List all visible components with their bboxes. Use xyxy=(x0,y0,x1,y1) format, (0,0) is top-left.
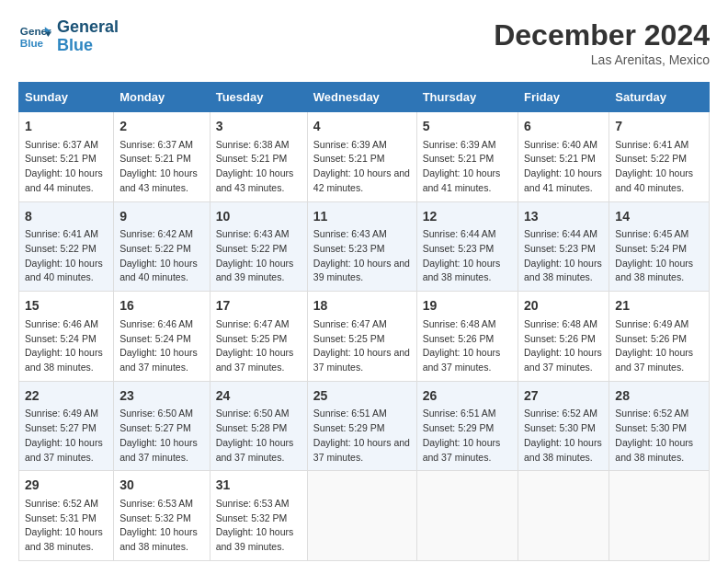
day-number: 11 xyxy=(313,208,411,226)
calendar-cell: 29 Sunrise: 6:52 AM Sunset: 5:31 PM Dayl… xyxy=(19,471,114,561)
day-number: 1 xyxy=(25,118,108,136)
column-header-friday: Friday xyxy=(518,83,609,112)
calendar-cell: 3 Sunrise: 6:38 AM Sunset: 5:21 PM Dayli… xyxy=(210,112,307,202)
day-info: Sunrise: 6:37 AM Sunset: 5:21 PM Dayligh… xyxy=(25,139,103,193)
day-info: Sunrise: 6:48 AM Sunset: 5:26 PM Dayligh… xyxy=(524,318,602,373)
logo-icon: General Blue xyxy=(18,20,51,53)
calendar-cell: 8 Sunrise: 6:41 AM Sunset: 5:22 PM Dayli… xyxy=(19,201,114,292)
calendar-cell: 5 Sunrise: 6:39 AM Sunset: 5:21 PM Dayli… xyxy=(416,112,518,202)
calendar-cell: 4 Sunrise: 6:39 AM Sunset: 5:21 PM Dayli… xyxy=(307,112,416,202)
column-header-thursday: Thursday xyxy=(416,83,518,112)
day-info: Sunrise: 6:50 AM Sunset: 5:27 PM Dayligh… xyxy=(119,408,198,462)
day-info: Sunrise: 6:49 AM Sunset: 5:27 PM Dayligh… xyxy=(25,408,103,462)
day-number: 4 xyxy=(313,118,411,136)
logo: General Blue GeneralBlue xyxy=(18,18,119,55)
day-info: Sunrise: 6:45 AM Sunset: 5:24 PM Dayligh… xyxy=(615,228,693,282)
calendar-cell: 10 Sunrise: 6:43 AM Sunset: 5:22 PM Dayl… xyxy=(210,201,307,292)
calendar-header-row: SundayMondayTuesdayWednesdayThursdayFrid… xyxy=(19,83,710,112)
day-number: 9 xyxy=(119,208,204,226)
calendar-cell xyxy=(609,471,710,561)
calendar-cell: 15 Sunrise: 6:46 AM Sunset: 5:24 PM Dayl… xyxy=(19,292,114,382)
day-info: Sunrise: 6:44 AM Sunset: 5:23 PM Dayligh… xyxy=(524,228,602,282)
day-info: Sunrise: 6:47 AM Sunset: 5:25 PM Dayligh… xyxy=(313,318,410,373)
calendar-cell xyxy=(518,471,609,561)
day-info: Sunrise: 6:50 AM Sunset: 5:28 PM Dayligh… xyxy=(216,408,294,462)
day-number: 19 xyxy=(423,297,512,316)
calendar-cell: 22 Sunrise: 6:49 AM Sunset: 5:27 PM Dayl… xyxy=(19,381,114,471)
calendar-cell: 21 Sunrise: 6:49 AM Sunset: 5:26 PM Dayl… xyxy=(609,292,710,382)
day-number: 31 xyxy=(216,477,301,495)
day-number: 8 xyxy=(25,208,108,226)
day-info: Sunrise: 6:37 AM Sunset: 5:21 PM Dayligh… xyxy=(119,139,198,193)
calendar-cell: 14 Sunrise: 6:45 AM Sunset: 5:24 PM Dayl… xyxy=(609,201,710,292)
day-info: Sunrise: 6:41 AM Sunset: 5:22 PM Dayligh… xyxy=(615,139,693,193)
calendar-cell: 1 Sunrise: 6:37 AM Sunset: 5:21 PM Dayli… xyxy=(19,112,114,202)
calendar-cell: 30 Sunrise: 6:53 AM Sunset: 5:32 PM Dayl… xyxy=(114,471,210,561)
day-info: Sunrise: 6:52 AM Sunset: 5:30 PM Dayligh… xyxy=(615,408,693,462)
day-number: 12 xyxy=(423,208,512,226)
day-number: 14 xyxy=(615,208,703,226)
day-number: 21 xyxy=(615,297,703,316)
title-block: December 2024 Las Arenitas, Mexico xyxy=(494,18,710,67)
day-number: 28 xyxy=(615,387,703,406)
calendar-cell: 17 Sunrise: 6:47 AM Sunset: 5:25 PM Dayl… xyxy=(210,292,307,382)
calendar-week-3: 15 Sunrise: 6:46 AM Sunset: 5:24 PM Dayl… xyxy=(19,292,710,382)
day-number: 24 xyxy=(216,387,301,406)
day-number: 18 xyxy=(313,297,411,316)
day-info: Sunrise: 6:44 AM Sunset: 5:23 PM Dayligh… xyxy=(423,228,501,282)
column-header-monday: Monday xyxy=(114,83,210,112)
day-number: 3 xyxy=(216,118,301,136)
day-number: 30 xyxy=(119,477,204,495)
day-number: 10 xyxy=(216,208,301,226)
column-header-tuesday: Tuesday xyxy=(210,83,307,112)
calendar-cell: 23 Sunrise: 6:50 AM Sunset: 5:27 PM Dayl… xyxy=(114,381,210,471)
column-header-sunday: Sunday xyxy=(19,83,114,112)
calendar-week-1: 1 Sunrise: 6:37 AM Sunset: 5:21 PM Dayli… xyxy=(19,112,710,202)
calendar-cell: 11 Sunrise: 6:43 AM Sunset: 5:23 PM Dayl… xyxy=(307,201,416,292)
day-info: Sunrise: 6:51 AM Sunset: 5:29 PM Dayligh… xyxy=(423,408,501,462)
day-info: Sunrise: 6:43 AM Sunset: 5:22 PM Dayligh… xyxy=(216,228,294,282)
day-info: Sunrise: 6:39 AM Sunset: 5:21 PM Dayligh… xyxy=(313,139,410,193)
calendar-cell: 28 Sunrise: 6:52 AM Sunset: 5:30 PM Dayl… xyxy=(609,381,710,471)
logo-name: GeneralBlue xyxy=(57,18,119,55)
day-number: 29 xyxy=(25,477,108,495)
page-title: December 2024 xyxy=(494,18,710,52)
calendar-cell: 26 Sunrise: 6:51 AM Sunset: 5:29 PM Dayl… xyxy=(416,381,518,471)
calendar-table: SundayMondayTuesdayWednesdayThursdayFrid… xyxy=(18,82,710,561)
day-info: Sunrise: 6:48 AM Sunset: 5:26 PM Dayligh… xyxy=(423,318,501,373)
calendar-cell: 20 Sunrise: 6:48 AM Sunset: 5:26 PM Dayl… xyxy=(518,292,609,382)
calendar-cell: 6 Sunrise: 6:40 AM Sunset: 5:21 PM Dayli… xyxy=(518,112,609,202)
day-info: Sunrise: 6:41 AM Sunset: 5:22 PM Dayligh… xyxy=(25,228,103,282)
calendar-cell: 7 Sunrise: 6:41 AM Sunset: 5:22 PM Dayli… xyxy=(609,112,710,202)
day-info: Sunrise: 6:39 AM Sunset: 5:21 PM Dayligh… xyxy=(423,139,501,193)
day-number: 7 xyxy=(615,118,703,136)
day-number: 17 xyxy=(216,297,301,316)
day-number: 6 xyxy=(524,118,603,136)
day-number: 13 xyxy=(524,208,603,226)
calendar-cell: 18 Sunrise: 6:47 AM Sunset: 5:25 PM Dayl… xyxy=(307,292,416,382)
calendar-cell xyxy=(416,471,518,561)
day-number: 25 xyxy=(313,387,411,406)
day-info: Sunrise: 6:38 AM Sunset: 5:21 PM Dayligh… xyxy=(216,139,294,193)
day-number: 27 xyxy=(524,387,603,406)
day-info: Sunrise: 6:40 AM Sunset: 5:21 PM Dayligh… xyxy=(524,139,602,193)
day-info: Sunrise: 6:52 AM Sunset: 5:30 PM Dayligh… xyxy=(524,408,602,462)
calendar-cell: 16 Sunrise: 6:46 AM Sunset: 5:24 PM Dayl… xyxy=(114,292,210,382)
day-info: Sunrise: 6:49 AM Sunset: 5:26 PM Dayligh… xyxy=(615,318,693,373)
calendar-cell: 9 Sunrise: 6:42 AM Sunset: 5:22 PM Dayli… xyxy=(114,201,210,292)
day-number: 15 xyxy=(25,297,108,316)
calendar-cell xyxy=(307,471,416,561)
day-info: Sunrise: 6:46 AM Sunset: 5:24 PM Dayligh… xyxy=(119,318,198,373)
day-info: Sunrise: 6:52 AM Sunset: 5:31 PM Dayligh… xyxy=(25,498,103,552)
calendar-cell: 12 Sunrise: 6:44 AM Sunset: 5:23 PM Dayl… xyxy=(416,201,518,292)
calendar-cell: 24 Sunrise: 6:50 AM Sunset: 5:28 PM Dayl… xyxy=(210,381,307,471)
column-header-saturday: Saturday xyxy=(609,83,710,112)
calendar-cell: 25 Sunrise: 6:51 AM Sunset: 5:29 PM Dayl… xyxy=(307,381,416,471)
calendar-cell: 31 Sunrise: 6:53 AM Sunset: 5:32 PM Dayl… xyxy=(210,471,307,561)
day-info: Sunrise: 6:42 AM Sunset: 5:22 PM Dayligh… xyxy=(119,228,198,282)
day-info: Sunrise: 6:51 AM Sunset: 5:29 PM Dayligh… xyxy=(313,408,410,462)
calendar-cell: 13 Sunrise: 6:44 AM Sunset: 5:23 PM Dayl… xyxy=(518,201,609,292)
day-info: Sunrise: 6:53 AM Sunset: 5:32 PM Dayligh… xyxy=(119,498,198,552)
column-header-wednesday: Wednesday xyxy=(307,83,416,112)
page-header: General Blue GeneralBlue December 2024 L… xyxy=(18,18,710,67)
